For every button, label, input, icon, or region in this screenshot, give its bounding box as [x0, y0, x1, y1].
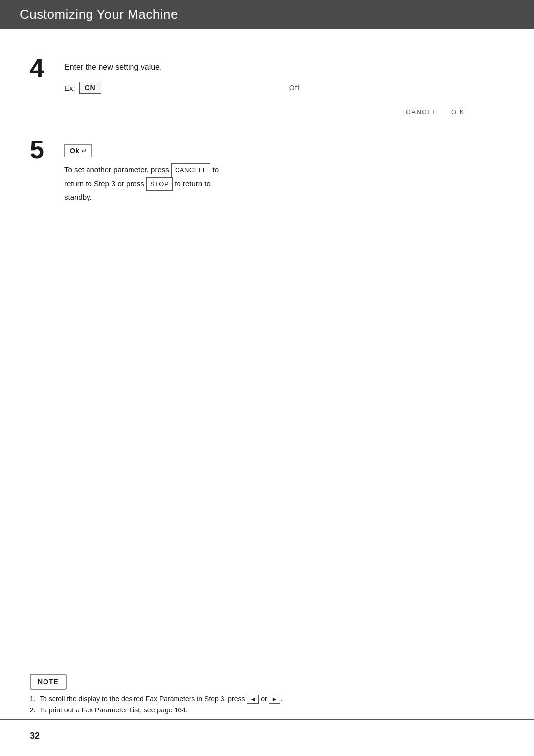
page-header: Customizing Your Machine — [0, 0, 534, 29]
ok-button-image: Ok ↵ — [64, 144, 92, 157]
step5-line2: return to Step 3 or press STOP to return… — [64, 179, 211, 188]
bottom-rule — [0, 719, 534, 720]
ex-label: Ex: — [64, 84, 75, 92]
step-5-number: 5 — [30, 137, 64, 162]
main-content: 4 Enter the new setting value. Ex: ON Of… — [0, 49, 534, 224]
note-item-1: To scroll the display to the desired Fax… — [30, 695, 504, 704]
cancel-ok-buttons-row: CANCEL O K — [64, 108, 504, 116]
stop-key: STOP — [146, 177, 173, 191]
step-4-row: 4 Enter the new setting value. Ex: ON Of… — [30, 59, 504, 131]
lcd-example-area: Ex: ON Off — [64, 82, 504, 94]
page-number: 32 — [30, 731, 40, 741]
step-5-content: Ok ↵ To set another parameter, press CAN… — [64, 141, 504, 204]
step5-line1: To set another parameter, press CANCELL … — [64, 165, 219, 174]
off-label: Off — [289, 84, 300, 92]
note-label: NOTE — [30, 674, 67, 690]
cancell-key: CANCELL — [171, 163, 210, 177]
step-4-number: 4 — [30, 55, 64, 81]
left-arrow-btn: ◄ — [247, 695, 259, 704]
ok-cursor-icon: ↵ — [81, 147, 87, 155]
note-list: To scroll the display to the desired Fax… — [30, 695, 504, 714]
note-section: NOTE To scroll the display to the desire… — [30, 674, 504, 716]
step-5-row: 5 Ok ↵ To set another parameter, press C… — [30, 141, 504, 204]
lcd-screen: ON — [79, 82, 101, 94]
page-container: Customizing Your Machine 4 Enter the new… — [0, 0, 534, 756]
ok-button-text: Ok — [70, 147, 79, 155]
cancel-label: CANCEL — [406, 108, 437, 116]
step-5-instructions: To set another parameter, press CANCELL … — [64, 163, 504, 204]
step-4-description: Enter the new setting value. — [64, 63, 504, 72]
right-arrow-btn: ► — [269, 695, 281, 704]
page-title: Customizing Your Machine — [20, 7, 178, 22]
step5-line3: standby. — [64, 193, 92, 201]
ok-button-graphic: Ok ↵ — [64, 144, 504, 163]
note-item-2: To print out a Fax Parameter List, see p… — [30, 706, 504, 714]
ok-label: O K — [451, 108, 465, 116]
step-4-content: Enter the new setting value. Ex: ON Off … — [64, 59, 504, 131]
